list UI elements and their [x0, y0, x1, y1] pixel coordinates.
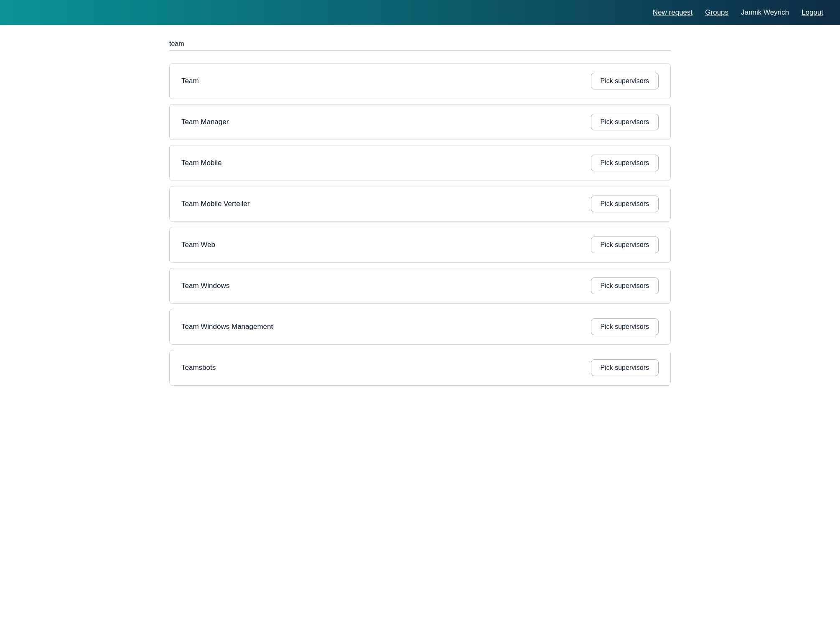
groups-link[interactable]: Groups: [705, 8, 728, 17]
group-name: Team Manager: [181, 118, 229, 126]
pick-supervisors-button[interactable]: Pick supervisors: [591, 114, 659, 130]
group-name: Team Mobile Verteiler: [181, 200, 249, 208]
user-name: Jannik Weyrich: [741, 8, 789, 17]
group-item: Team MobilePick supervisors: [169, 145, 671, 181]
group-item: Team Mobile VerteilerPick supervisors: [169, 186, 671, 222]
group-name: Team Windows Management: [181, 323, 273, 331]
group-name: Team Mobile: [181, 159, 221, 167]
groups-list: TeamPick supervisorsTeam ManagerPick sup…: [169, 63, 671, 391]
search-area: [169, 38, 671, 51]
new-request-link[interactable]: New request: [653, 8, 692, 17]
group-item: Team ManagerPick supervisors: [169, 104, 671, 140]
app-header: New request Groups Jannik Weyrich Logout: [0, 0, 840, 25]
group-item: TeamsbotsPick supervisors: [169, 350, 671, 386]
pick-supervisors-button[interactable]: Pick supervisors: [591, 318, 659, 335]
pick-supervisors-button[interactable]: Pick supervisors: [591, 196, 659, 212]
group-item: Team WindowsPick supervisors: [169, 268, 671, 304]
group-name: Team Web: [181, 241, 215, 249]
main-content: TeamPick supervisorsTeam ManagerPick sup…: [153, 25, 687, 403]
top-nav: New request Groups Jannik Weyrich Logout: [653, 8, 823, 17]
group-item: Team Windows ManagementPick supervisors: [169, 309, 671, 345]
group-item: Team WebPick supervisors: [169, 227, 671, 263]
pick-supervisors-button[interactable]: Pick supervisors: [591, 359, 659, 376]
group-item: TeamPick supervisors: [169, 63, 671, 99]
pick-supervisors-button[interactable]: Pick supervisors: [591, 73, 659, 89]
group-name: Team: [181, 77, 199, 85]
pick-supervisors-button[interactable]: Pick supervisors: [591, 155, 659, 171]
logout-link[interactable]: Logout: [802, 8, 823, 17]
search-input[interactable]: [169, 38, 671, 51]
group-name: Teamsbots: [181, 364, 216, 372]
pick-supervisors-button[interactable]: Pick supervisors: [591, 237, 659, 253]
pick-supervisors-button[interactable]: Pick supervisors: [591, 277, 659, 294]
group-name: Team Windows: [181, 282, 229, 290]
